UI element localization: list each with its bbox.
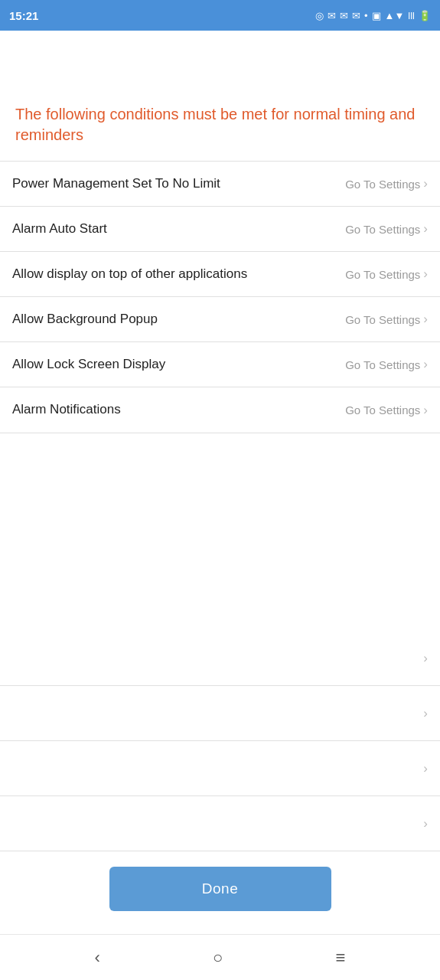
go-to-settings-text-3: Go To Settings: [345, 313, 420, 326]
chevron-icon-3: ›: [423, 312, 428, 327]
dot-indicator: •: [364, 10, 368, 21]
done-section: Done: [0, 851, 440, 934]
chevron-icon-e3: ›: [423, 761, 428, 776]
settings-list: Power Management Set To No Limit Go To S…: [0, 161, 440, 631]
settings-action-1: Go To Settings ›: [345, 221, 428, 237]
settings-label-5: Alarm Notifications: [12, 401, 345, 418]
chevron-icon-e2: ›: [423, 706, 428, 721]
settings-label-1: Alarm Auto Start: [12, 220, 345, 237]
chevron-icon-5: ›: [423, 403, 428, 418]
go-to-settings-text-2: Go To Settings: [345, 268, 420, 281]
settings-label-0: Power Management Set To No Limit: [12, 175, 345, 192]
chevron-icon-2: ›: [423, 266, 428, 282]
settings-item-4[interactable]: Allow Lock Screen Display Go To Settings…: [0, 342, 440, 387]
chevron-icon-1: ›: [423, 221, 428, 237]
settings-action-4: Go To Settings ›: [345, 357, 428, 372]
go-to-settings-text-5: Go To Settings: [345, 403, 420, 416]
settings-action-3: Go To Settings ›: [345, 312, 428, 327]
settings-action-2: Go To Settings ›: [345, 266, 428, 282]
email-icon-1: ✉: [328, 10, 336, 21]
main-content: The following conditions must be met for…: [0, 31, 440, 934]
done-button[interactable]: Done: [109, 867, 331, 911]
status-time: 15:21: [9, 9, 38, 22]
conditions-title: The following conditions must be met for…: [0, 92, 440, 161]
empty-row-1[interactable]: ›: [0, 631, 440, 686]
chevron-icon-e4: ›: [423, 816, 428, 831]
settings-item-1[interactable]: Alarm Auto Start Go To Settings ›: [0, 207, 440, 252]
back-button[interactable]: ‹: [95, 948, 100, 968]
settings-label-2: Allow display on top of other applicatio…: [12, 266, 345, 283]
status-icons: ◎ ✉ ✉ ✉ • ▣ ▲▼ lll 🔋: [315, 10, 431, 21]
settings-label-4: Allow Lock Screen Display: [12, 356, 345, 373]
battery-icon: 🔋: [419, 10, 431, 21]
go-to-settings-text-0: Go To Settings: [345, 178, 420, 191]
settings-action-5: Go To Settings ›: [345, 403, 428, 418]
settings-item-2[interactable]: Allow display on top of other applicatio…: [0, 252, 440, 297]
settings-item-5[interactable]: Alarm Notifications Go To Settings ›: [0, 387, 440, 433]
empty-section: › › › ›: [0, 631, 440, 851]
email-icon-2: ✉: [340, 10, 348, 21]
chevron-icon-4: ›: [423, 357, 428, 372]
settings-label-3: Allow Background Popup: [12, 311, 345, 328]
go-to-settings-text-1: Go To Settings: [345, 223, 420, 236]
vibrate-icon: ▣: [372, 10, 381, 21]
chevron-icon-0: ›: [423, 176, 428, 191]
empty-row-4[interactable]: ›: [0, 796, 440, 851]
wifi-icon: ▲▼: [385, 10, 405, 21]
go-to-settings-text-4: Go To Settings: [345, 358, 420, 371]
empty-row-3[interactable]: ›: [0, 741, 440, 796]
email-icon-3: ✉: [352, 10, 360, 21]
chevron-icon-e1: ›: [423, 651, 428, 666]
status-bar: 15:21 ◎ ✉ ✉ ✉ • ▣ ▲▼ lll 🔋: [0, 0, 440, 31]
menu-button[interactable]: ≡: [336, 948, 346, 968]
home-button[interactable]: ○: [213, 948, 223, 968]
clock-icon: ◎: [315, 10, 324, 21]
bottom-nav: ‹ ○ ≡: [0, 934, 440, 980]
empty-row-2[interactable]: ›: [0, 686, 440, 741]
settings-item-3[interactable]: Allow Background Popup Go To Settings ›: [0, 297, 440, 342]
settings-item-0[interactable]: Power Management Set To No Limit Go To S…: [0, 161, 440, 207]
top-spacer: [0, 31, 440, 92]
signal-icon: lll: [408, 10, 415, 21]
settings-action-0: Go To Settings ›: [345, 176, 428, 191]
